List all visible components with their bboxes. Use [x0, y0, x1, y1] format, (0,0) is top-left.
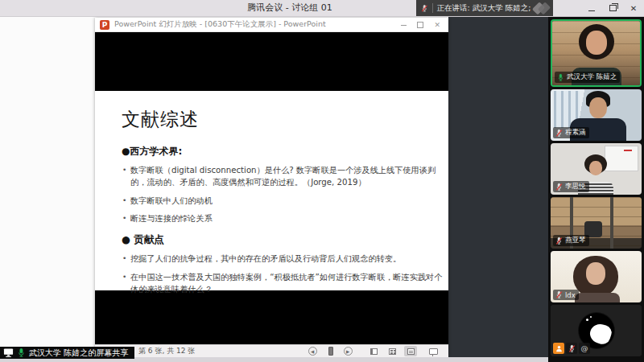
restore-button[interactable]: [602, 0, 623, 16]
slide-bullet: 在中国这一技术普及大国的独特案例，“积极抵抗者”如何进行数字断联，断连实践对个体…: [122, 272, 448, 296]
slide-bullet: 数字断联中人们的动机: [122, 195, 448, 208]
video-tile-chenjingzhi[interactable]: 武汉大学 陈婧之: [551, 19, 642, 87]
participant-name-badge: 燕亚琴: [553, 235, 589, 246]
audio-mode-badge: @: [579, 343, 590, 354]
muted-mic-icon: [555, 290, 563, 299]
slide-bullet: 断连与连接的悖论关系: [122, 213, 448, 225]
previous-slide-button[interactable]: ◀: [306, 346, 319, 356]
host-badge-icon: [553, 343, 564, 354]
muted-mic-badge: [566, 343, 577, 354]
person-icon: [555, 345, 563, 352]
participant-name: 武汉大学 陈婧之: [567, 72, 617, 82]
slide-bullet: 挖掘了人们的抗争过程，其中的存在的矛盾以及行动背后人们观念的转变。: [122, 253, 448, 265]
speaking-notification: 正在讲话: 武汉大学 陈婧之;: [416, 0, 553, 16]
slide-sorter-view-button[interactable]: [386, 346, 398, 356]
participant-name-badge: 程素涵: [553, 127, 589, 138]
video-tile-participant-4[interactable]: 燕亚琴: [551, 197, 642, 249]
next-arrow-icon: ▶: [344, 347, 353, 356]
participant-name: 李思悦: [565, 182, 586, 191]
reading-view-icon: [407, 348, 415, 355]
ppt-maximize-button[interactable]: [417, 22, 423, 28]
divider: [432, 3, 433, 13]
normal-view-button[interactable]: [367, 346, 380, 356]
powerpoint-status-bar: 第 6 张, 共 12 张 ◀ ▶: [95, 344, 448, 357]
powerpoint-window: P PowerPoint 幻灯片放映 - [0630下午论文展示] - Powe…: [95, 18, 448, 356]
participant-name-badge: 李思悦: [553, 181, 589, 192]
screen-share-label: 武汉大学 陈婧之的屏幕共享: [0, 347, 134, 359]
muted-mic-icon: [421, 3, 428, 14]
normal-view-icon: [370, 348, 378, 355]
pen-icon: [328, 347, 333, 356]
slide-bullet: 数字断联（digital disconnection）是什么? 数字断联是一个涉…: [122, 165, 448, 189]
muted-mic-icon: [568, 344, 576, 353]
video-tile-participant-3[interactable]: 李思悦: [551, 143, 642, 195]
maximize-icon: [417, 22, 423, 28]
next-slide-button[interactable]: ▶: [341, 346, 354, 356]
participant-name: ldx: [565, 291, 576, 299]
close-icon: ✕: [630, 4, 637, 13]
ppt-minimize-button[interactable]: [401, 24, 407, 26]
video-tile-participant-2[interactable]: 程素涵: [551, 89, 642, 141]
meeting-main-area: P PowerPoint 幻灯片放映 - [0630下午论文展示] - Powe…: [0, 16, 644, 362]
prev-arrow-icon: ◀: [308, 347, 317, 356]
slideshow-icon: [429, 348, 438, 355]
ppt-close-button[interactable]: ✕: [434, 21, 440, 29]
at-icon: @: [581, 345, 588, 352]
video-tile-participant-5[interactable]: ldx: [551, 251, 642, 302]
reading-view-button[interactable]: [404, 346, 417, 356]
close-icon: ✕: [434, 21, 440, 29]
muted-mic-icon: [555, 183, 563, 191]
participant-name: 燕亚琴: [565, 236, 586, 245]
minimize-icon: [588, 10, 595, 11]
participants-sidebar: 武汉大学 陈婧之 程素涵: [548, 16, 644, 362]
minimize-button[interactable]: [581, 0, 602, 16]
powerpoint-app-icon: P: [100, 20, 109, 30]
close-button[interactable]: ✕: [623, 0, 644, 16]
participant-name-badge: 武汉大学 陈婧之: [555, 72, 620, 83]
participant-name: 程素涵: [565, 128, 586, 138]
restore-icon: [609, 5, 617, 11]
powerpoint-title-bar: P PowerPoint 幻灯片放映 - [0630下午论文展示] - Powe…: [95, 18, 448, 32]
active-mic-icon: [17, 348, 26, 358]
participant-name-badge: ldx: [553, 290, 579, 300]
video-tile-participant-6[interactable]: @: [551, 305, 642, 356]
share-label-text: 武汉大学 陈婧之的屏幕共享: [29, 348, 128, 359]
slideshow-view-button[interactable]: [427, 346, 440, 356]
speaking-text: 正在讲话: 武汉大学 陈婧之;: [437, 3, 531, 14]
monitor-icon: [3, 348, 14, 358]
slideshow-canvas: 文献综述 ●西方学术界: 数字断联（digital disconnection）…: [95, 32, 448, 344]
slide-counter: 第 6 张, 共 12 张: [138, 345, 195, 357]
muted-mic-icon: [555, 129, 563, 138]
slide: 文献综述 ●西方学术界: 数字断联（digital disconnection）…: [95, 91, 448, 290]
active-mic-icon: [557, 73, 564, 82]
shared-screen-view: P PowerPoint 幻灯片放映 - [0630下午论文展示] - Powe…: [0, 16, 448, 357]
muted-mic-icon: [555, 237, 563, 245]
annotation-pen-button[interactable]: [324, 346, 337, 356]
slide-sorter-icon: [389, 348, 396, 355]
slide-section-heading: ● 贡献点: [122, 233, 439, 247]
slide-section-heading: ●西方学术界:: [122, 145, 439, 158]
slide-title: 文献综述: [122, 107, 439, 132]
minimize-icon: [401, 24, 407, 26]
powerpoint-window-title: PowerPoint 幻灯片放映 - [0630下午论文展示] - PowerP…: [114, 19, 326, 30]
